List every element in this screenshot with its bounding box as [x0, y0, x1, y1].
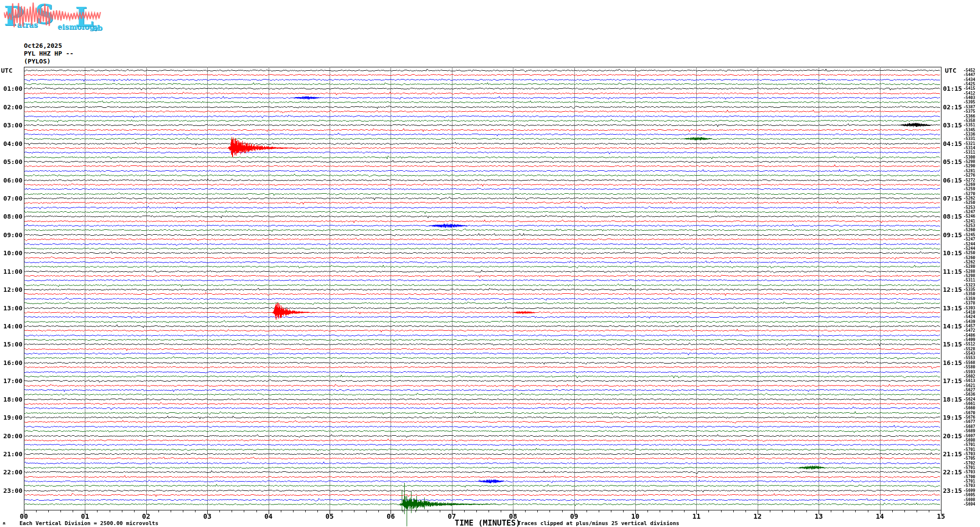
hour-label-right: 07:15	[943, 195, 964, 202]
hour-label-left: 13:00	[0, 304, 22, 312]
trace-value: -5677	[963, 420, 980, 424]
hour-label-left: 20:00	[0, 432, 22, 440]
hour-label-right: 01:15	[943, 85, 964, 92]
trace-value: -5244	[963, 242, 980, 246]
trace-value: -5553	[963, 356, 980, 360]
trace-value: -5613	[963, 379, 980, 383]
axis-labels-layer: 01:0002:0003:0004:0005:0006:0007:0008:00…	[0, 0, 980, 527]
corner-mark: ʍ	[3, 521, 5, 526]
trace-value: -5703	[963, 470, 980, 474]
trace-value: -5281	[963, 169, 980, 173]
trace-value: -5290	[963, 164, 980, 168]
trace-value: -5452	[963, 68, 980, 73]
trace-value: -5321	[963, 142, 980, 146]
hour-label-left: 11:00	[0, 268, 22, 275]
trace-value: -5621	[963, 384, 980, 388]
trace-value: -5246	[963, 214, 980, 219]
hour-label-left: 04:00	[0, 140, 22, 147]
trace-value: -5580	[963, 365, 980, 369]
trace-value: -5636	[963, 392, 980, 397]
trace-value: -5250	[963, 251, 980, 255]
minute-label: 05	[324, 512, 335, 520]
hour-label-right: 20:15	[943, 432, 964, 440]
trace-value: -5415	[963, 86, 980, 91]
trace-value: -5486	[963, 333, 980, 338]
trace-value: -5512	[963, 342, 980, 346]
trace-value: -5568	[963, 361, 980, 365]
hour-label-left: 12:00	[0, 286, 22, 293]
trace-value: -5472	[963, 328, 980, 333]
trace-value: -5701	[963, 447, 980, 452]
hour-label-left: 06:00	[0, 177, 22, 184]
trace-value: -5701	[963, 466, 980, 470]
minute-label: 06	[385, 512, 396, 520]
trace-value: -5269	[963, 182, 980, 187]
trace-value: -5687	[963, 425, 980, 429]
trace-value: -5697	[963, 434, 980, 438]
trace-value: -5260	[963, 256, 980, 260]
trace-value: -5694	[963, 502, 980, 507]
trace-value: -5350	[963, 292, 980, 296]
hour-label-right: 10:15	[943, 249, 964, 257]
hour-label-left: 05:00	[0, 158, 22, 165]
trace-value: -5288	[963, 269, 980, 274]
trace-value: -5412	[963, 91, 980, 96]
trace-value: -5499	[963, 338, 980, 342]
minute-label: 04	[263, 512, 274, 520]
trace-value: -5247	[963, 210, 980, 214]
hour-label-left: 16:00	[0, 359, 22, 366]
hour-label-right: 13:15	[943, 304, 964, 312]
hour-label-right: 22:15	[943, 468, 964, 476]
hour-label-right: 03:15	[943, 122, 964, 129]
hour-label-left: 07:00	[0, 195, 22, 202]
minute-label: 09	[568, 512, 580, 520]
trace-value: -5705	[963, 456, 980, 461]
trace-value: -5543	[963, 351, 980, 356]
trace-value: -5358	[963, 119, 980, 123]
minute-label: 12	[752, 512, 764, 520]
hour-label-right: 15:15	[943, 341, 964, 348]
trace-value: -5701	[963, 479, 980, 484]
trace-value: -5624	[963, 397, 980, 402]
trace-value: -5661	[963, 402, 980, 406]
trace-value: -5250	[963, 201, 980, 205]
x-axis-label: TIME (MINUTES)	[455, 518, 521, 527]
trace-value: -5393	[963, 306, 980, 310]
trace-value: -5276	[963, 173, 980, 178]
hour-label-right: 05:15	[943, 158, 964, 165]
hour-label-left: 19:00	[0, 414, 22, 421]
trace-value: -5323	[963, 283, 980, 287]
hour-label-right: 06:15	[943, 177, 964, 184]
trace-value: -5670	[963, 411, 980, 415]
trace-value: -5336	[963, 132, 980, 137]
hour-label-left: 02:00	[0, 103, 22, 111]
trace-value: -5593	[963, 370, 980, 374]
trace-value: -5447	[963, 73, 980, 77]
hour-label-right: 04:15	[943, 140, 964, 147]
trace-value: -5280	[963, 264, 980, 269]
trace-value: -5253	[963, 205, 980, 210]
trace-value: -5702	[963, 461, 980, 466]
minute-label: 01	[79, 512, 91, 520]
hour-label-right: 23:15	[943, 487, 964, 494]
hour-label-left: 09:00	[0, 231, 22, 239]
trace-value: -5676	[963, 415, 980, 420]
trace-value: -5253	[963, 223, 980, 228]
minute-label: 10	[629, 512, 641, 520]
hour-label-right: 14:15	[943, 323, 964, 330]
minute-label: 03	[201, 512, 213, 520]
hour-label-right: 21:15	[943, 450, 964, 458]
hour-label-left: 01:00	[0, 85, 22, 92]
trace-value: -5703	[963, 484, 980, 488]
hour-label-right: 17:15	[943, 377, 964, 385]
trace-value: -5701	[963, 443, 980, 447]
trace-value: -5335	[963, 287, 980, 292]
hour-label-right: 19:15	[943, 414, 964, 421]
minute-label: 02	[140, 512, 152, 520]
trace-value: -5695	[963, 493, 980, 497]
hour-label-right: 02:15	[943, 103, 964, 111]
hour-label-left: 21:00	[0, 450, 22, 458]
trace-value: -5439	[963, 320, 980, 324]
trace-value: -5359	[963, 297, 980, 301]
trace-value: -5457	[963, 324, 980, 328]
